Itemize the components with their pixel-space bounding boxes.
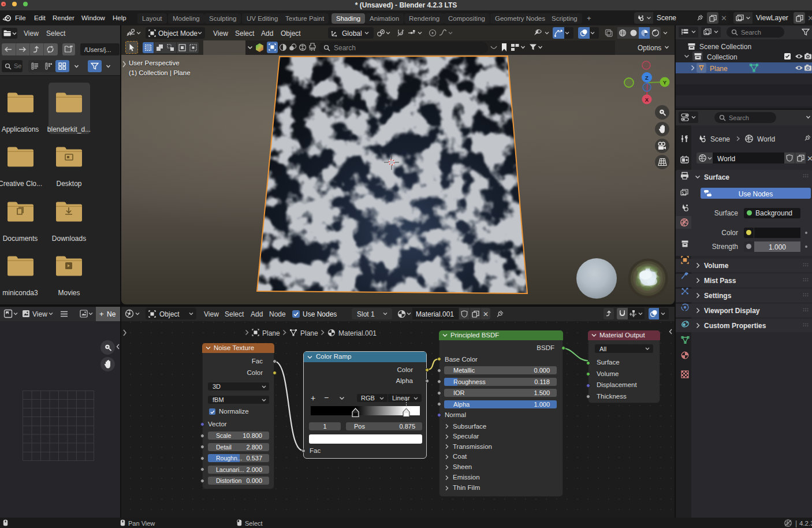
- svg-text:Z: Z: [645, 75, 649, 81]
- svg-text:X: X: [645, 96, 649, 103]
- svg-text:Y: Y: [663, 79, 667, 85]
